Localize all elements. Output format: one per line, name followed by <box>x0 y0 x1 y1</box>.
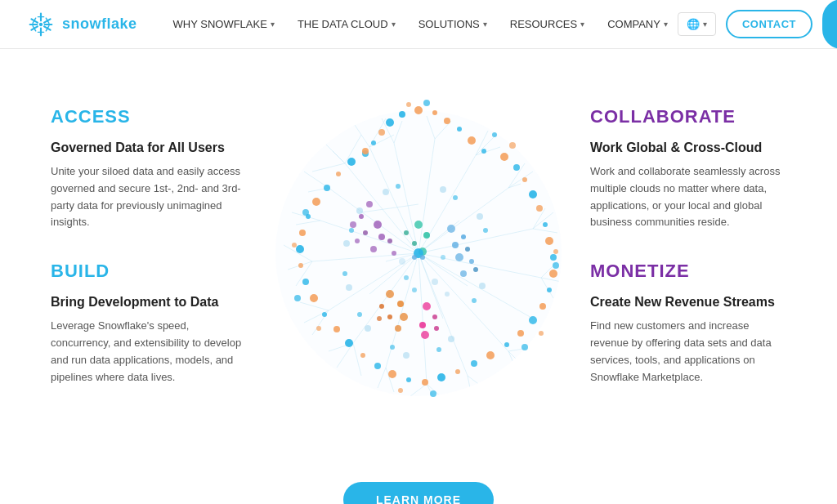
svg-point-153 <box>414 221 423 229</box>
svg-point-103 <box>543 222 548 227</box>
svg-point-172 <box>412 288 417 292</box>
svg-point-121 <box>345 339 353 347</box>
svg-point-98 <box>500 153 508 161</box>
chevron-down-icon: ▾ <box>483 20 487 29</box>
svg-point-133 <box>347 158 356 166</box>
left-panel: ACCESS Governed Data for All Users Unite… <box>51 98 247 415</box>
svg-point-88 <box>399 111 405 118</box>
svg-point-159 <box>379 304 384 309</box>
svg-point-107 <box>547 288 552 292</box>
svg-point-166 <box>432 314 437 319</box>
svg-point-179 <box>509 142 516 149</box>
svg-point-164 <box>395 325 401 332</box>
collaborate-title: Work Global & Cross-Cloud <box>590 140 786 155</box>
svg-point-189 <box>302 209 309 216</box>
collaborate-desc: Work and collaborate seamlessly across m… <box>590 163 786 231</box>
svg-point-183 <box>521 344 528 350</box>
svg-point-144 <box>392 251 396 256</box>
nav-item-resources[interactable]: RESOURCES ▾ <box>500 11 594 37</box>
svg-point-151 <box>460 270 467 277</box>
svg-point-180 <box>553 249 558 254</box>
svg-point-147 <box>452 242 459 248</box>
monetize-title: Create New Revenue Streams <box>590 295 786 310</box>
data-cloud-graphic <box>263 98 574 408</box>
collaborate-tag: COLLABORATE <box>590 106 786 127</box>
svg-point-134 <box>362 148 369 154</box>
nav-item-solutions[interactable]: SOLUTIONS ▾ <box>409 11 497 37</box>
svg-point-94 <box>371 140 376 145</box>
nav-item-company[interactable]: COMPANY ▾ <box>598 11 678 37</box>
svg-point-132 <box>336 172 341 176</box>
svg-point-203 <box>403 352 410 359</box>
right-panel: COLLABORATE Work Global & Cross-Cloud Wo… <box>590 98 786 415</box>
svg-point-177 <box>423 100 430 106</box>
chevron-down-icon: ▾ <box>392 20 396 29</box>
svg-point-137 <box>374 221 382 229</box>
svg-point-193 <box>383 189 389 195</box>
nav-item-why-snowflake[interactable]: WHY SNOWFLAKE ▾ <box>163 11 284 37</box>
svg-point-145 <box>447 225 455 233</box>
network-svg <box>263 98 574 408</box>
svg-point-140 <box>355 239 360 243</box>
svg-rect-12 <box>38 31 45 32</box>
svg-point-92 <box>457 127 462 132</box>
svg-point-0 <box>39 22 43 25</box>
svg-point-197 <box>477 213 483 220</box>
build-title: Bring Development to Data <box>51 295 247 310</box>
svg-point-91 <box>444 118 450 124</box>
svg-point-178 <box>492 132 497 137</box>
build-tag: BUILD <box>51 261 247 282</box>
svg-point-207 <box>346 284 352 291</box>
svg-point-142 <box>387 239 392 243</box>
svg-point-176 <box>406 102 411 107</box>
svg-point-202 <box>436 347 441 352</box>
svg-point-208 <box>342 271 347 276</box>
language-selector[interactable]: 🌐 ▾ <box>678 12 716 36</box>
svg-point-128 <box>299 230 306 236</box>
svg-point-123 <box>322 312 327 317</box>
svg-point-127 <box>296 245 304 253</box>
svg-point-210 <box>349 228 354 233</box>
svg-point-102 <box>536 205 543 212</box>
svg-point-109 <box>529 316 537 324</box>
nav-item-data-cloud[interactable]: THE DATA CLOUD ▾ <box>288 11 405 37</box>
svg-point-198 <box>483 228 488 233</box>
svg-point-119 <box>374 363 381 369</box>
svg-point-185 <box>430 390 436 397</box>
svg-point-192 <box>420 255 425 260</box>
contact-button[interactable]: CONTACT <box>726 10 812 38</box>
svg-point-165 <box>423 302 431 310</box>
svg-point-160 <box>397 301 404 307</box>
main-content: ACCESS Governed Data for All Users Unite… <box>0 49 837 457</box>
svg-point-156 <box>412 241 417 246</box>
svg-point-195 <box>440 186 446 193</box>
svg-point-136 <box>359 214 364 219</box>
svg-rect-3 <box>29 23 38 25</box>
svg-point-162 <box>400 313 408 321</box>
svg-point-163 <box>377 316 382 321</box>
svg-point-111 <box>504 342 509 347</box>
svg-point-201 <box>448 336 454 342</box>
svg-point-114 <box>455 369 460 374</box>
svg-point-211 <box>356 207 363 214</box>
learn-more-button[interactable]: LEARN MORE <box>343 482 494 504</box>
access-tag: ACCESS <box>51 106 247 127</box>
svg-point-95 <box>468 136 476 145</box>
start-free-button[interactable]: START FOR FREE <box>822 0 837 49</box>
svg-point-161 <box>387 314 392 319</box>
svg-point-90 <box>386 118 394 127</box>
svg-point-87 <box>414 106 423 114</box>
svg-point-116 <box>422 379 428 386</box>
svg-point-200 <box>472 298 477 303</box>
logo[interactable]: snowflake <box>26 10 137 39</box>
snowflake-logo-icon <box>26 10 56 39</box>
svg-point-141 <box>370 246 377 252</box>
access-desc: Unite your siloed data and easily access… <box>51 163 247 231</box>
svg-point-171 <box>432 279 438 285</box>
monetize-tag: MONETIZE <box>590 261 786 282</box>
svg-rect-9 <box>38 16 45 16</box>
svg-point-186 <box>316 326 321 331</box>
svg-point-115 <box>437 373 445 381</box>
svg-point-124 <box>310 294 318 302</box>
svg-point-188 <box>292 243 297 248</box>
